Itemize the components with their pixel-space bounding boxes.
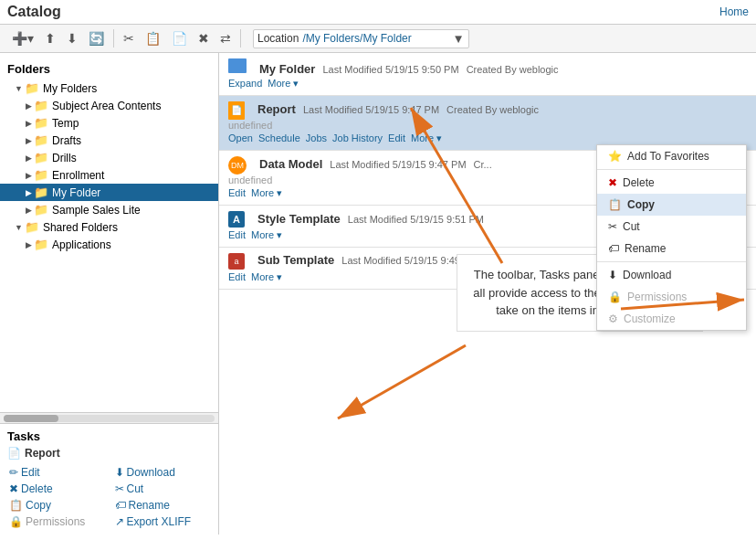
- cut-button[interactable]: ✂: [119, 28, 139, 48]
- main-layout: Folders ▼ 📁 My Folders ▶ 📁 Subject Area …: [0, 53, 756, 535]
- triangle-icon: ▼: [15, 84, 23, 93]
- sidebar-item-my-folders[interactable]: ▼ 📁 My Folders: [0, 79, 218, 97]
- more-link[interactable]: More ▾: [411, 132, 442, 144]
- upload-button[interactable]: ⬆: [40, 28, 60, 48]
- sidebar-item-subject-area-contents[interactable]: ▶ 📁 Subject Area Contents: [0, 97, 218, 114]
- sidebar-item-drafts[interactable]: ▶ 📁 Drafts: [0, 132, 218, 149]
- tasks-action-export-xliff[interactable]: ↗ Export XLIFF: [113, 514, 212, 529]
- more-link[interactable]: More ▾: [251, 271, 282, 283]
- context-menu-delete[interactable]: ✖ Delete: [597, 172, 746, 194]
- folder-label: Shared Folders: [43, 221, 118, 234]
- sidebar-item-my-folder[interactable]: ▶ 📁 My Folder: [0, 184, 218, 201]
- edit-link[interactable]: Edit: [228, 187, 246, 199]
- item-name: Report: [257, 102, 296, 116]
- tasks-actions: ✏ Edit ⬇ Download ✖ Delete ✂ Cut: [7, 465, 211, 529]
- app-title: Catalog: [7, 4, 61, 20]
- item-actions: Open Schedule Jobs Job History Edit More…: [228, 132, 747, 144]
- sidebar-scrollbar[interactable]: [0, 412, 218, 423]
- more-link[interactable]: More ▾: [268, 78, 299, 90]
- jobs-link[interactable]: Jobs: [306, 132, 327, 144]
- tasks-action-delete[interactable]: ✖ Delete: [7, 482, 106, 496]
- edit-link[interactable]: Edit: [228, 229, 246, 241]
- home-link[interactable]: Home: [719, 5, 749, 18]
- folder-icon: 📁: [25, 220, 39, 234]
- folder-icon: 📁: [25, 81, 39, 95]
- edit-link[interactable]: Edit: [228, 271, 246, 283]
- more-link[interactable]: More ▾: [251, 187, 282, 199]
- schedule-link[interactable]: Schedule: [258, 132, 300, 144]
- context-menu-customize: ⚙ Customize: [597, 308, 746, 330]
- tasks-action-download[interactable]: ⬇ Download: [113, 465, 212, 480]
- refresh-button[interactable]: 🔄: [84, 28, 109, 48]
- star-icon: ⭐: [608, 150, 622, 163]
- folder-icon: 📁: [34, 168, 48, 182]
- context-menu-download[interactable]: ⬇ Download: [597, 264, 746, 286]
- delete-toolbar-button[interactable]: ✖: [194, 28, 214, 48]
- folders-panel: Folders ▼ 📁 My Folders ▶ 📁 Subject Area …: [0, 53, 218, 412]
- rename-icon: 🏷: [115, 499, 126, 512]
- more-link[interactable]: More ▾: [251, 229, 282, 241]
- sidebar-item-sample-sales-lite[interactable]: ▶ 📁 Sample Sales Lite: [0, 201, 218, 218]
- triangle-icon: ▶: [26, 206, 32, 215]
- edit-link[interactable]: Edit: [388, 132, 405, 144]
- context-menu-rename[interactable]: 🏷 Rename: [597, 238, 746, 259]
- triangle-icon: ▶: [26, 136, 32, 145]
- location-area: Location /My Folders/My Folder ▼: [253, 29, 469, 48]
- sidebar-scrolltrack: [4, 415, 215, 422]
- folder-label: Sample Sales Lite: [52, 204, 141, 217]
- expand-link[interactable]: Expand: [228, 78, 262, 90]
- triangle-icon: ▼: [15, 223, 23, 232]
- folder-label: My Folder: [52, 186, 100, 199]
- item-meta: Last Modified 5/19/15 9:47 PM: [330, 159, 466, 170]
- triangle-icon: ▶: [26, 188, 32, 197]
- app-header: Catalog Home: [0, 0, 756, 25]
- tasks-action-cut[interactable]: ✂ Cut: [113, 482, 212, 496]
- context-menu-cut[interactable]: ✂ Cut: [597, 216, 746, 238]
- permissions-icon: 🔒: [9, 515, 23, 528]
- datamodel-icon: DM: [228, 156, 247, 175]
- tasks-title: Tasks: [7, 429, 211, 443]
- triangle-icon: ▶: [26, 154, 32, 163]
- sidebar-item-temp[interactable]: ▶ 📁 Temp: [0, 114, 218, 132]
- context-menu-add-to-favorites[interactable]: ⭐ Add To Favorites: [597, 145, 746, 167]
- sidebar-scrollthumb[interactable]: [4, 415, 58, 422]
- item-created: Cr...: [474, 159, 492, 170]
- catalog-item-header: My Folder Last Modified 5/19/15 9:50 PM …: [228, 58, 747, 76]
- tasks-action-edit[interactable]: ✏ Edit: [7, 465, 106, 480]
- tasks-action-copy[interactable]: 📋 Copy: [7, 498, 106, 513]
- move-button[interactable]: ⇄: [215, 28, 236, 48]
- folder-label: Drafts: [52, 134, 81, 147]
- folder-icon: 📁: [34, 185, 48, 199]
- sidebar-item-drills[interactable]: ▶ 📁 Drills: [0, 149, 218, 166]
- permissions-icon: 🔒: [608, 291, 622, 303]
- context-menu-permissions: 🔒 Permissions: [597, 286, 746, 308]
- catalog-item-header: 📄 Report Last Modified 5/19/15 9:47 PM C…: [228, 101, 747, 120]
- toolbar: ➕▾ ⬆ ⬇ 🔄 ✂ 📋 📄 ✖ ⇄ Location /My Folders/…: [0, 25, 756, 53]
- folder-label: Drills: [52, 152, 77, 164]
- item-meta: Last Modified 5/19/15 9:51 PM: [348, 214, 484, 225]
- download-icon: ⬇: [608, 269, 617, 281]
- tasks-action-rename[interactable]: 🏷 Rename: [113, 498, 212, 513]
- rename-icon: 🏷: [608, 242, 619, 255]
- folder-icon: 📁: [34, 116, 48, 130]
- context-menu: ⭐ Add To Favorites ✖ Delete 📋 Copy ✂ Cut…: [596, 144, 747, 331]
- open-link[interactable]: Open: [228, 132, 253, 144]
- sidebar-item-applications[interactable]: ▶ 📁 Applications: [0, 236, 218, 253]
- new-button[interactable]: ➕▾: [7, 28, 38, 48]
- context-menu-copy[interactable]: 📋 Copy: [597, 194, 746, 216]
- sidebar-item-shared-folders[interactable]: ▼ 📁 Shared Folders: [0, 218, 218, 236]
- job-history-link[interactable]: Job History: [332, 132, 383, 144]
- folder-icon: 📁: [34, 203, 48, 217]
- tasks-action-permissions: 🔒 Permissions: [7, 514, 106, 529]
- location-value: /My Folders/My Folder: [302, 32, 448, 45]
- item-name: Data Model: [259, 157, 322, 171]
- separator-2: [240, 29, 241, 48]
- triangle-icon: ▶: [26, 171, 32, 180]
- sidebar-item-enrollment[interactable]: ▶ 📁 Enrollment: [0, 166, 218, 184]
- item-created: Created By weblogic: [467, 64, 559, 75]
- location-dropdown-button[interactable]: ▼: [452, 32, 464, 46]
- download-toolbar-button[interactable]: ⬇: [62, 28, 82, 48]
- paste-button[interactable]: 📄: [167, 28, 192, 48]
- copy-toolbar-button[interactable]: 📋: [141, 28, 165, 48]
- folder-icon: 📁: [34, 238, 48, 251]
